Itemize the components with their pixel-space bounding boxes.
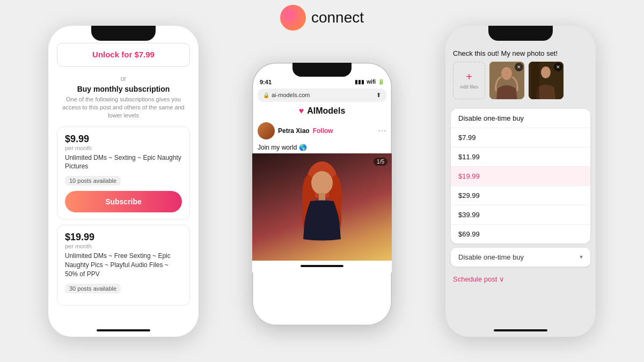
phone-left-home-bar [48,325,199,337]
svg-rect-4 [319,193,325,201]
status-icons: ▮▮▮ wifi 🔋 [355,79,384,85]
lock-icon: 🔒 [263,92,269,98]
disable-one-time-buy-select[interactable]: Disable one-time buy ▾ [451,248,590,267]
or-divider: or [57,75,190,83]
scene: Unlock for $7.99 or Buy monthly subscrip… [0,0,644,362]
brand-name: connect [311,9,364,26]
url-bar[interactable]: 🔒 ai-models.com ⬆ [258,88,386,102]
center-home-indicator [301,265,343,267]
time-label: 9:41 [260,79,272,85]
center-home-bar [252,261,392,272]
sub2-price: $19.99 [65,232,182,243]
add-files-button[interactable]: + Add files [453,62,485,99]
heart-icon: ♥ [299,106,304,116]
svg-point-6 [501,67,512,80]
unlock-button[interactable]: Unlock for $7.99 [57,43,190,67]
wifi-icon: wifi [367,79,376,85]
post-user-name: Petra Xiao [278,127,310,135]
more-options-icon[interactable]: ⋯ [378,125,386,136]
post-compose-area: Check this out! My new photo set! + Add … [445,42,596,109]
schedule-post-button[interactable]: Schedule post ∨ [445,271,596,287]
plus-icon: + [466,71,472,83]
post-image: 1/5 [252,153,392,261]
woman-figure [290,159,354,261]
post-header: Petra Xiao Follow ⋯ [252,120,392,142]
url-left: 🔒 ai-models.com [263,92,310,98]
price-dropdown-list: Disable one-time buy $7.99 $11.99 $19.99… [451,109,590,243]
dropdown-item-1999[interactable]: $19.99 [451,167,590,186]
sub2-period: per month [65,243,182,249]
follow-button[interactable]: Follow [313,127,333,135]
brand-header: connect [280,5,364,31]
phone-left: Unlock for $7.99 or Buy monthly subscrip… [48,26,199,337]
share-icon[interactable]: ⬆ [376,92,381,99]
post-text-input[interactable]: Check this out! My new photo set! [453,48,588,62]
sub1-period: per month [65,145,182,151]
image-counter: 1/5 [374,158,387,166]
svg-point-3 [311,171,333,195]
status-bar: 9:41 ▮▮▮ wifi 🔋 [252,63,392,86]
chevron-down-icon: ▾ [580,253,583,261]
sub2-desc: Unlimited DMs ~ Free Sexting ~ Epic Naug… [65,252,182,278]
avatar [258,122,275,139]
brand-logo [280,5,306,31]
sub1-desc: Unlimited DMs ~ Sexting ~ Epic Naughty P… [65,153,182,172]
signal-icon: ▮▮▮ [355,79,364,85]
sub2-posts-badge: 30 posts available [65,284,121,293]
aimodels-label: AIModels [307,106,345,116]
phone-right: Check this out! My new photo set! + Add … [445,26,596,337]
aimodels-header: ♥ AIModels [252,106,392,116]
sub1-price: $9.99 [65,134,182,145]
avatar-row: Petra Xiao Follow [258,122,333,139]
dropdown-item-1199[interactable]: $11.99 [451,147,590,167]
photo1-close-button[interactable]: ✕ [515,63,523,71]
photo-thumb-2: ✕ [529,62,564,99]
subscription-card-1: $9.99 per month Unlimited DMs ~ Sexting … [57,127,190,220]
dropdown-item-disable[interactable]: Disable one-time buy [451,109,590,128]
svg-rect-9 [531,62,539,99]
add-files-label: Add files [460,84,479,90]
sub1-posts-badge: 10 posts available [65,176,121,186]
dropdown-item-3999[interactable]: $39.99 [451,205,590,225]
dropdown-item-799[interactable]: $7.99 [451,128,590,147]
dropdown-item-6999[interactable]: $69.99 [451,225,590,243]
unlock-label: Unlock for $7.99 [92,50,155,59]
buy-monthly-desc: One of the following subscriptions gives… [57,95,190,120]
subscription-card-2: $19.99 per month Unlimited DMs ~ Free Se… [57,225,190,305]
photo-thumb-1: ✕ [489,62,524,99]
phone-right-home-bar [445,325,596,337]
svg-point-8 [541,67,551,78]
phone-right-content: Check this out! My new photo set! + Add … [445,26,596,325]
buy-monthly-title: Buy monthly subscription [57,85,190,93]
home-indicator [97,329,150,331]
select-label: Disable one-time buy [458,253,524,261]
subscribe-button[interactable]: Subscribe [65,191,182,212]
files-row: + Add files ✕ [453,62,588,105]
photo2-close-button[interactable]: ✕ [554,63,562,71]
url-text: ai-models.com [272,92,310,98]
dropdown-item-2999[interactable]: $29.99 [451,186,590,205]
post-caption: Join my world 🌎 [252,142,392,153]
center-section: connect 9:41 ▮▮▮ wifi 🔋 🔒 ai-models.com … [252,37,392,326]
phone-left-content: Unlock for $7.99 or Buy monthly subscrip… [48,26,199,325]
phone-center: 9:41 ▮▮▮ wifi 🔋 🔒 ai-models.com ⬆ ♥ AIMo… [252,63,392,326]
battery-icon: 🔋 [378,79,384,85]
right-home-indicator [494,329,547,331]
